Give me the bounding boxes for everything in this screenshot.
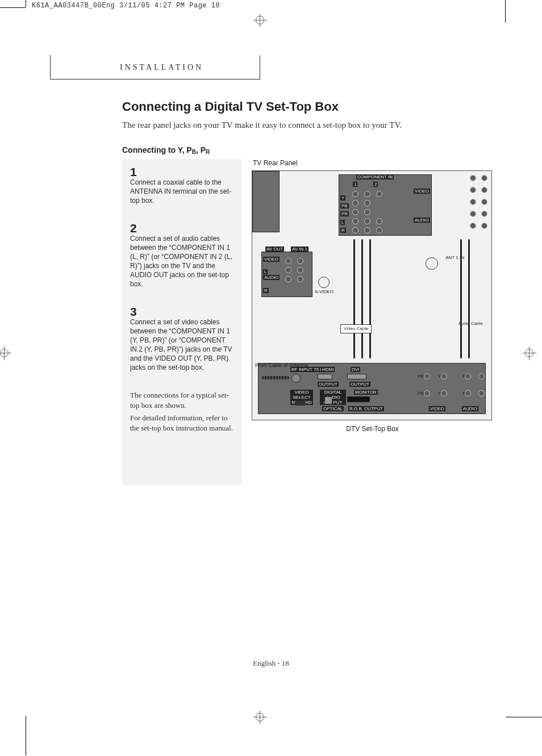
jack-icon	[441, 373, 447, 379]
antenna-jack	[426, 257, 438, 270]
print-header: K61A_AA03447B_00Eng 3/11/05 4:27 PM Page…	[32, 2, 220, 10]
label-digital-audio: DIGITAL AUDIO OUTPUT	[320, 390, 346, 405]
jack-icon	[470, 223, 476, 229]
label-av-out: AV OUT	[265, 247, 284, 252]
jack-icon	[478, 373, 485, 379]
jack-icon	[481, 211, 487, 217]
label-audio: AUDIO	[462, 406, 478, 411]
video-cable	[353, 239, 355, 358]
subscript: B	[192, 149, 196, 155]
label-video-cable: Video Cable	[340, 324, 372, 333]
jack-icon	[481, 199, 487, 205]
two-column-layout: 1 Connect a coaxial cable to the ANTENNA…	[122, 159, 492, 486]
label-output: OUTPUT	[349, 382, 370, 387]
jack-icon	[352, 191, 358, 197]
hdmi-port-icon	[318, 374, 332, 379]
registration-mark-icon	[0, 346, 11, 360]
jack-icon	[376, 227, 382, 233]
crop-mark	[26, 716, 26, 755]
jack-icon	[481, 187, 487, 193]
section-tab: Installation	[50, 55, 260, 80]
note-line-2: For detailed information, refer to the s…	[130, 413, 234, 433]
video-cable	[361, 239, 363, 358]
jack-row	[285, 275, 304, 283]
video-cable	[369, 239, 371, 358]
jack-row	[352, 199, 383, 207]
label-component-in: COMPONENT IN	[356, 174, 394, 179]
jack-icon	[285, 267, 291, 273]
label-l: L	[340, 220, 345, 225]
label-r: R	[263, 288, 269, 293]
diagram-column: TV Rear Panel COMPONENT IN 1 2 VIDEO AUD…	[252, 159, 492, 436]
step-1: 1 Connect a coaxial cable to the ANTENNA…	[130, 166, 234, 205]
registration-mark-icon	[253, 14, 267, 27]
coax-jack-icon	[291, 374, 301, 383]
crop-mark	[0, 7, 26, 8]
jack-icon	[470, 175, 476, 181]
jack-icon	[364, 191, 370, 197]
jack-icon	[364, 200, 370, 206]
label-audio: AUDIO	[263, 275, 280, 280]
jack-icon	[441, 390, 447, 396]
label-video: VIDEO	[429, 406, 445, 411]
jack-icon	[424, 390, 430, 396]
page-title: Connecting a Digital TV Set-Top Box	[122, 100, 492, 114]
label-col1: 1	[353, 182, 357, 187]
figure-label-top: TV Rear Panel	[253, 159, 492, 167]
jack-icon	[470, 187, 476, 193]
label-audio: AUDIO	[414, 218, 430, 223]
subscript: R	[206, 149, 210, 155]
label-dvi: DVI	[351, 367, 360, 372]
jack-icon	[470, 211, 476, 217]
step-3: 3 Connect a set of video cables between …	[130, 306, 234, 372]
jack-icon	[465, 373, 471, 379]
jack-row	[285, 257, 304, 265]
intro-text: The rear panel jacks on your TV make it …	[122, 119, 492, 131]
tv-av-panel: AV OUT AV IN 1 VIDEO L AUDIO R	[261, 252, 312, 297]
label-y: Y	[340, 195, 345, 201]
jack-icon	[376, 218, 382, 224]
label-av-in1: AV IN 1	[291, 247, 308, 252]
jack-icon	[481, 175, 487, 181]
label-video: VIDEO	[414, 189, 430, 194]
label-rf-input: RF INPUT 75 Ω	[290, 367, 324, 372]
label-from-cable: From Cable or Antenna	[255, 362, 287, 368]
dvi-port-icon	[347, 374, 366, 379]
step-number: 1	[130, 166, 234, 178]
label-col2: 2	[373, 182, 378, 187]
jack-icon	[285, 258, 291, 264]
label-pb: PB	[418, 391, 424, 396]
subheading-part: Connecting to Y, P	[122, 145, 192, 154]
label-pr: PR	[418, 374, 424, 379]
label-hdmi: HDMI	[321, 367, 335, 372]
page-content: Connecting a Digital TV Set-Top Box The …	[122, 100, 492, 486]
label-optical: OPTICAL	[322, 406, 344, 411]
step-text: Connect a coaxial cable to the ANTENNA I…	[130, 178, 234, 205]
jack-icon	[352, 209, 358, 215]
registration-mark-icon	[523, 346, 536, 360]
steps-column: 1 Connect a coaxial cable to the ANTENNA…	[122, 159, 241, 486]
jack-icon	[297, 276, 303, 282]
monitor-port-icon	[347, 396, 370, 402]
audio-cable	[468, 239, 470, 358]
jack-row	[352, 227, 383, 234]
section-tab-label: Installation	[120, 63, 203, 72]
jack-icon	[470, 199, 476, 205]
step-number: 2	[130, 222, 234, 234]
jack-icon	[376, 191, 382, 197]
registration-mark-icon	[253, 711, 267, 724]
jack-icon	[364, 218, 370, 224]
connection-diagram: COMPONENT IN 1 2 VIDEO AUDIO Y PB PR L R	[252, 170, 492, 420]
jack-icon	[285, 276, 291, 282]
step-text: Connect a set of audio cables between th…	[130, 234, 234, 289]
jack-icon	[364, 209, 370, 215]
jack-icon	[424, 373, 430, 379]
crop-mark	[26, 0, 26, 7]
step-2: 2 Connect a set of audio cables between …	[130, 222, 234, 289]
switch-icon	[296, 401, 305, 406]
jack-row	[352, 208, 383, 216]
label-monitor: MONITOR	[354, 390, 378, 395]
label-video: VIDEO	[263, 257, 280, 262]
page-footer: English - 18	[0, 659, 542, 667]
figure-label-bottom: DTV Set-Top Box	[253, 425, 492, 433]
